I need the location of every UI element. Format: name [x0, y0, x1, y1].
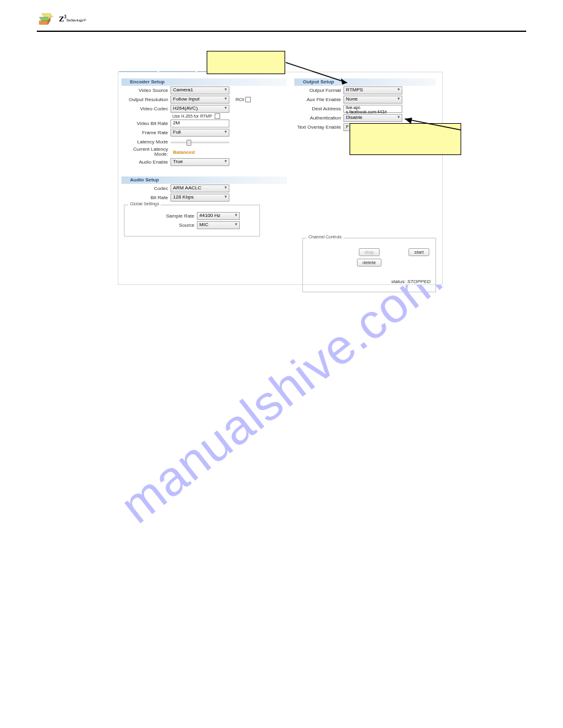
roi-checkbox[interactable] [245, 97, 251, 102]
current-latency-label: Current LatencyMode: [121, 147, 170, 157]
audio-codec-label: Codec [121, 186, 170, 191]
channel-legend: Channel Controls [307, 235, 343, 239]
output-section-head: Output Setup [294, 78, 435, 86]
output-res-select[interactable]: Follow Input [170, 96, 229, 104]
framerate-label: Frame Rate [121, 130, 170, 135]
latency-label: Latency Mode [121, 139, 170, 145]
audio-enable-select[interactable]: True [170, 158, 229, 166]
audio-section-head: Audio Setup [121, 176, 287, 184]
video-source-select[interactable]: Camera1 [170, 86, 229, 94]
h265-checkbox[interactable] [215, 113, 220, 119]
start-button[interactable]: start [408, 248, 429, 256]
status-label: status: [391, 279, 406, 284]
svg-marker-0 [42, 13, 53, 17]
status-value: STOPPED [407, 279, 431, 284]
latency-slider[interactable] [170, 140, 229, 145]
video-source-label: Video Source [121, 88, 170, 93]
aux-file-select[interactable]: None [343, 96, 402, 104]
audio-source-select[interactable]: MIC [197, 221, 240, 229]
output-format-select[interactable]: RTMPS [343, 86, 402, 94]
sample-rate-label: Sample Rate [129, 213, 197, 219]
video-codec-select[interactable]: H264(AVC) [170, 105, 229, 113]
global-settings-fieldset: Global Settings Sample Rate 44100 Hz Sou… [124, 205, 260, 237]
dest-address-input[interactable]: live-api-s.facebook.com:443/r [343, 105, 402, 113]
current-latency-value: Balanced [173, 150, 195, 155]
encoder-section-head: Encoder Setup [121, 78, 287, 86]
framerate-select[interactable]: Full [170, 129, 229, 137]
svg-marker-2 [39, 21, 48, 25]
config-panel: Encoder Setup Video Source Camera1 Outpu… [118, 72, 443, 285]
dest-address-label: Dest Address [294, 106, 343, 112]
auth-label: Authentication [294, 115, 343, 121]
roi-label: ROI [236, 97, 244, 102]
audio-bitrate-select[interactable]: 128 Kbps [170, 194, 229, 202]
audio-bitrate-label: Bit Rate [121, 195, 170, 200]
audio-source-label: Source [129, 222, 197, 228]
brand-name: Z3Technology® [59, 14, 86, 24]
auth-select[interactable]: Disable [343, 114, 402, 122]
output-format-label: Output Format [294, 88, 343, 93]
aux-file-label: Aux File Enable [294, 97, 343, 102]
delete-button[interactable]: delete [357, 259, 381, 267]
header-logo: Z3Technology® [0, 0, 563, 29]
output-res-label: Output Resolution [121, 97, 170, 102]
video-bitrate-label: Video Bit Rate [121, 121, 170, 126]
sample-rate-select[interactable]: 44100 Hz [197, 212, 240, 220]
watermark: manualshive.com [110, 250, 453, 535]
stop-button[interactable]: stop [359, 248, 379, 256]
audio-enable-label: Audio Enable [121, 159, 170, 165]
logo-cube-icon [37, 11, 55, 27]
h265-note: Use H.265 for RTMP [172, 114, 212, 118]
channel-controls: Channel Controls stop delete start statu… [302, 238, 436, 292]
callout-right [350, 123, 461, 155]
header-divider [37, 31, 526, 32]
overlay-label: Text Overlay Enable [294, 124, 343, 130]
audio-codec-select[interactable]: ARM AACLC [170, 184, 229, 192]
video-codec-label: Video Codec [121, 106, 170, 112]
video-bitrate-input[interactable]: 2M [170, 119, 229, 127]
callout-top [207, 51, 285, 74]
global-settings-legend: Global Settings [128, 202, 161, 206]
